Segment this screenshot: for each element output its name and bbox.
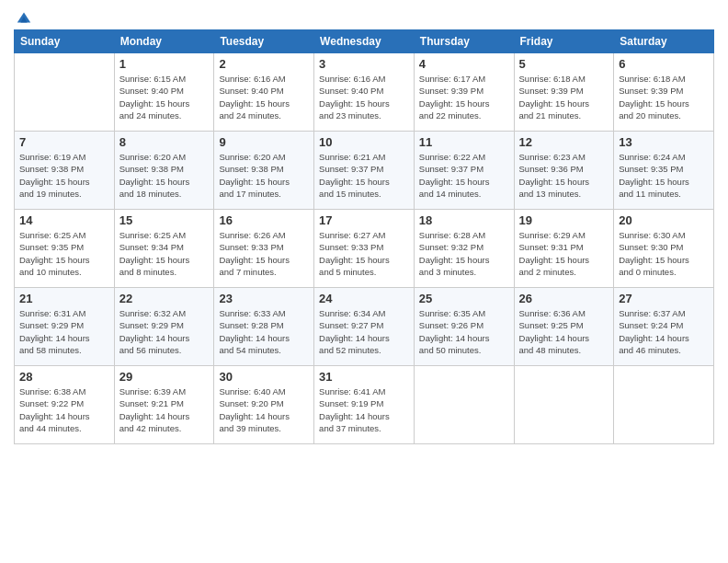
day-info: Sunrise: 6:27 AM Sunset: 9:33 PM Dayligh… <box>319 229 409 278</box>
calendar-cell: 14Sunrise: 6:25 AM Sunset: 9:35 PM Dayli… <box>15 210 115 288</box>
calendar-cell: 12Sunrise: 6:23 AM Sunset: 9:36 PM Dayli… <box>514 132 614 210</box>
day-info: Sunrise: 6:28 AM Sunset: 9:32 PM Dayligh… <box>419 229 509 278</box>
day-info: Sunrise: 6:37 AM Sunset: 9:24 PM Dayligh… <box>619 307 709 356</box>
day-info: Sunrise: 6:23 AM Sunset: 9:36 PM Dayligh… <box>519 151 609 200</box>
calendar-cell: 19Sunrise: 6:29 AM Sunset: 9:31 PM Dayli… <box>514 210 614 288</box>
day-info: Sunrise: 6:16 AM Sunset: 9:40 PM Dayligh… <box>219 73 309 121</box>
day-info: Sunrise: 6:16 AM Sunset: 9:40 PM Dayligh… <box>319 73 409 121</box>
calendar-cell: 25Sunrise: 6:35 AM Sunset: 9:26 PM Dayli… <box>414 288 514 366</box>
day-number: 22 <box>119 292 210 305</box>
day-number: 15 <box>119 213 210 227</box>
day-number: 28 <box>19 370 109 384</box>
calendar-cell: 15Sunrise: 6:25 AM Sunset: 9:34 PM Dayli… <box>114 210 214 288</box>
day-number: 11 <box>419 135 509 149</box>
calendar-cell: 1Sunrise: 6:15 AM Sunset: 9:40 PM Daylig… <box>114 53 214 132</box>
day-info: Sunrise: 6:20 AM Sunset: 9:38 PM Dayligh… <box>119 151 210 200</box>
day-number: 14 <box>19 213 109 227</box>
day-number: 18 <box>419 213 509 227</box>
calendar-cell: 31Sunrise: 6:41 AM Sunset: 9:19 PM Dayli… <box>314 366 415 444</box>
header-cell-saturday: Saturday <box>614 30 714 53</box>
day-info: Sunrise: 6:32 AM Sunset: 9:29 PM Dayligh… <box>119 307 210 356</box>
logo-text <box>14 9 32 26</box>
day-number: 20 <box>619 213 709 227</box>
header-cell-wednesday: Wednesday <box>314 30 415 53</box>
day-number: 3 <box>319 57 409 71</box>
calendar-cell: 18Sunrise: 6:28 AM Sunset: 9:32 PM Dayli… <box>414 210 514 288</box>
calendar-week-2: 7Sunrise: 6:19 AM Sunset: 9:38 PM Daylig… <box>15 132 714 210</box>
day-info: Sunrise: 6:31 AM Sunset: 9:29 PM Dayligh… <box>19 307 109 356</box>
calendar-week-3: 14Sunrise: 6:25 AM Sunset: 9:35 PM Dayli… <box>15 210 714 288</box>
day-number: 10 <box>319 135 409 149</box>
day-info: Sunrise: 6:39 AM Sunset: 9:21 PM Dayligh… <box>119 385 210 434</box>
calendar-cell: 8Sunrise: 6:20 AM Sunset: 9:38 PM Daylig… <box>114 132 214 210</box>
logo <box>14 9 32 22</box>
day-number: 29 <box>119 370 210 384</box>
day-number: 25 <box>419 292 509 305</box>
day-info: Sunrise: 6:33 AM Sunset: 9:28 PM Dayligh… <box>219 307 309 356</box>
day-info: Sunrise: 6:34 AM Sunset: 9:27 PM Dayligh… <box>319 307 409 356</box>
calendar-cell: 16Sunrise: 6:26 AM Sunset: 9:33 PM Dayli… <box>214 210 314 288</box>
calendar-cell: 7Sunrise: 6:19 AM Sunset: 9:38 PM Daylig… <box>15 132 115 210</box>
header-row: SundayMondayTuesdayWednesdayThursdayFrid… <box>15 30 714 53</box>
day-number: 6 <box>619 57 709 71</box>
day-info: Sunrise: 6:35 AM Sunset: 9:26 PM Dayligh… <box>419 307 509 356</box>
calendar-week-1: 1Sunrise: 6:15 AM Sunset: 9:40 PM Daylig… <box>15 53 714 132</box>
header-cell-tuesday: Tuesday <box>214 30 314 53</box>
calendar-cell: 23Sunrise: 6:33 AM Sunset: 9:28 PM Dayli… <box>214 288 314 366</box>
calendar-cell <box>414 366 514 444</box>
header-cell-friday: Friday <box>514 30 614 53</box>
day-info: Sunrise: 6:38 AM Sunset: 9:22 PM Dayligh… <box>19 385 109 434</box>
main-container: SundayMondayTuesdayWednesdayThursdayFrid… <box>0 0 728 449</box>
day-number: 19 <box>519 213 609 227</box>
day-info: Sunrise: 6:26 AM Sunset: 9:33 PM Dayligh… <box>219 229 309 278</box>
calendar-cell: 28Sunrise: 6:38 AM Sunset: 9:22 PM Dayli… <box>15 366 115 444</box>
header-cell-monday: Monday <box>114 30 214 53</box>
calendar-cell: 21Sunrise: 6:31 AM Sunset: 9:29 PM Dayli… <box>15 288 115 366</box>
calendar-cell: 24Sunrise: 6:34 AM Sunset: 9:27 PM Dayli… <box>314 288 415 366</box>
calendar-cell: 9Sunrise: 6:20 AM Sunset: 9:38 PM Daylig… <box>214 132 314 210</box>
calendar-cell: 22Sunrise: 6:32 AM Sunset: 9:29 PM Dayli… <box>114 288 214 366</box>
calendar-cell: 26Sunrise: 6:36 AM Sunset: 9:25 PM Dayli… <box>514 288 614 366</box>
calendar-cell: 13Sunrise: 6:24 AM Sunset: 9:35 PM Dayli… <box>614 132 714 210</box>
calendar-cell: 3Sunrise: 6:16 AM Sunset: 9:40 PM Daylig… <box>314 53 415 132</box>
calendar-cell: 4Sunrise: 6:17 AM Sunset: 9:39 PM Daylig… <box>414 53 514 132</box>
day-info: Sunrise: 6:36 AM Sunset: 9:25 PM Dayligh… <box>519 307 609 356</box>
day-number: 31 <box>319 370 409 384</box>
day-info: Sunrise: 6:18 AM Sunset: 9:39 PM Dayligh… <box>519 73 609 121</box>
day-info: Sunrise: 6:29 AM Sunset: 9:31 PM Dayligh… <box>519 229 609 278</box>
calendar-cell: 29Sunrise: 6:39 AM Sunset: 9:21 PM Dayli… <box>114 366 214 444</box>
day-number: 16 <box>219 213 309 227</box>
day-number: 4 <box>419 57 509 71</box>
day-number: 17 <box>319 213 409 227</box>
day-info: Sunrise: 6:15 AM Sunset: 9:40 PM Dayligh… <box>119 73 210 121</box>
calendar-cell <box>514 366 614 444</box>
calendar-cell: 2Sunrise: 6:16 AM Sunset: 9:40 PM Daylig… <box>214 53 314 132</box>
day-info: Sunrise: 6:25 AM Sunset: 9:34 PM Dayligh… <box>119 229 210 278</box>
day-info: Sunrise: 6:22 AM Sunset: 9:37 PM Dayligh… <box>419 151 509 200</box>
day-number: 12 <box>519 135 609 149</box>
day-info: Sunrise: 6:24 AM Sunset: 9:35 PM Dayligh… <box>619 151 709 200</box>
day-info: Sunrise: 6:41 AM Sunset: 9:19 PM Dayligh… <box>319 385 409 434</box>
day-number: 21 <box>19 292 109 305</box>
calendar-week-5: 28Sunrise: 6:38 AM Sunset: 9:22 PM Dayli… <box>15 366 714 444</box>
day-number: 2 <box>219 57 309 71</box>
day-number: 24 <box>319 292 409 305</box>
header <box>14 9 714 22</box>
day-number: 7 <box>19 135 109 149</box>
day-number: 5 <box>519 57 609 71</box>
day-number: 1 <box>119 57 210 71</box>
day-number: 23 <box>219 292 309 305</box>
day-info: Sunrise: 6:19 AM Sunset: 9:38 PM Dayligh… <box>19 151 109 200</box>
calendar-cell: 27Sunrise: 6:37 AM Sunset: 9:24 PM Dayli… <box>614 288 714 366</box>
day-info: Sunrise: 6:20 AM Sunset: 9:38 PM Dayligh… <box>219 151 309 200</box>
day-info: Sunrise: 6:25 AM Sunset: 9:35 PM Dayligh… <box>19 229 109 278</box>
calendar-table: SundayMondayTuesdayWednesdayThursdayFrid… <box>14 29 714 444</box>
day-number: 13 <box>619 135 709 149</box>
day-number: 27 <box>619 292 709 305</box>
calendar-cell: 17Sunrise: 6:27 AM Sunset: 9:33 PM Dayli… <box>314 210 415 288</box>
day-number: 26 <box>519 292 609 305</box>
day-info: Sunrise: 6:17 AM Sunset: 9:39 PM Dayligh… <box>419 73 509 121</box>
logo-icon <box>16 9 32 26</box>
calendar-cell: 6Sunrise: 6:18 AM Sunset: 9:39 PM Daylig… <box>614 53 714 132</box>
day-info: Sunrise: 6:40 AM Sunset: 9:20 PM Dayligh… <box>219 385 309 434</box>
